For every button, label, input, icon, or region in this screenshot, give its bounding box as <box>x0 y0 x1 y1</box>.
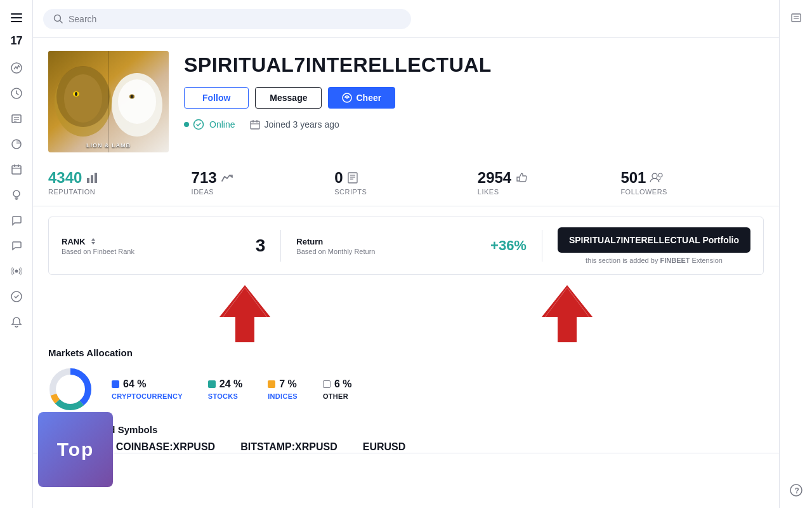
symbol-eurusd[interactable]: EURUSD <box>363 441 406 453</box>
left-sidebar: 17 <box>0 0 33 508</box>
follow-button[interactable]: Follow <box>184 87 249 109</box>
arrows-section <box>33 285 779 342</box>
stat-ideas-top: 713 <box>192 169 335 187</box>
symbol-xrpusd-coinbase[interactable]: COINBASE:XRPUSD <box>116 441 215 453</box>
other-pct: 6 % <box>334 378 352 390</box>
svg-marker-48 <box>542 285 593 342</box>
stat-likes-top: 2954 <box>478 169 621 187</box>
rank-subtitle: Based on Finbeet Rank <box>62 248 243 255</box>
alloc-other-top: 6 % <box>323 378 352 390</box>
other-color <box>323 380 331 388</box>
calendar-icon[interactable] <box>5 158 28 181</box>
search-box[interactable]: Search <box>43 9 411 29</box>
followers-icon <box>650 172 664 184</box>
stat-likes: 2954 LIKES <box>478 169 621 196</box>
pie-icon[interactable] <box>5 133 28 156</box>
return-block: Return Based on Monthly Return <box>296 237 478 255</box>
hamburger-menu[interactable] <box>5 6 28 29</box>
alloc-crypto: 64 % CRYPTOCURRENCY <box>112 378 183 400</box>
rank-right: SPIRITUAL7INTERELLECTUAL Portfolio this … <box>558 227 750 264</box>
question-icon[interactable]: ? <box>785 479 808 502</box>
crypto-pct: 64 % <box>123 378 146 390</box>
stocks-pct: 24 % <box>219 378 242 390</box>
svg-rect-40 <box>348 173 357 183</box>
likes-value: 2954 <box>478 169 511 187</box>
rank-divider <box>280 230 281 262</box>
svg-point-14 <box>13 190 20 197</box>
symbol-xrpusd-coinbase-label: COINBASE:XRPUSD <box>116 441 215 453</box>
crypto-color <box>112 380 119 388</box>
scripts-icon <box>347 171 358 184</box>
svg-marker-46 <box>219 285 270 342</box>
likes-label: LIKES <box>478 188 621 196</box>
alloc-stocks-top: 24 % <box>208 378 242 390</box>
svg-point-24 <box>118 79 156 124</box>
svg-rect-2 <box>11 21 22 22</box>
cheer-label: Cheer <box>356 93 381 103</box>
scripts-label: SCRIPTS <box>334 188 478 196</box>
message-button[interactable]: Message <box>255 87 322 109</box>
cheer-button[interactable]: Cheer <box>328 87 395 109</box>
calendar-meta-icon <box>250 119 260 130</box>
news-icon[interactable] <box>5 107 28 130</box>
avatar-label: LION & LAMB <box>86 142 131 149</box>
bell-icon[interactable] <box>5 311 28 333</box>
broadcast-icon[interactable] <box>5 260 28 283</box>
join-date: Joined 3 years ago <box>250 119 339 130</box>
signal-icon[interactable] <box>5 285 28 308</box>
alloc-stocks: 24 % STOCKS <box>208 378 242 400</box>
lightbulb-icon[interactable] <box>5 184 28 206</box>
clock-icon[interactable] <box>5 82 28 105</box>
followers-value: 501 <box>620 169 646 187</box>
list-icon[interactable] <box>785 6 808 29</box>
tradingview-logo[interactable]: 17 <box>10 34 22 48</box>
indices-pct: 7 % <box>279 378 297 390</box>
rank-divider2 <box>542 230 542 262</box>
svg-rect-38 <box>91 175 93 183</box>
online-label: Online <box>209 119 235 130</box>
allocation-row: 64 % CRYPTOCURRENCY 24 % STOCKS 7 % <box>48 367 764 411</box>
symbol-xrpusd-bitstamp[interactable]: BITSTAMP:XRPUSD <box>240 441 337 453</box>
portfolio-button[interactable]: SPIRITUAL7INTERELLECTUAL Portfolio <box>558 227 750 253</box>
bottom-bar: Top <box>33 453 779 492</box>
top-badge-label: Top <box>57 439 95 460</box>
svg-point-15 <box>15 270 18 273</box>
right-sidebar: ? <box>779 0 812 508</box>
profile-actions: Follow Message Cheer <box>184 87 764 109</box>
svg-point-31 <box>346 97 348 99</box>
likes-icon <box>515 171 528 184</box>
svg-rect-1 <box>11 17 22 18</box>
chart-icon[interactable] <box>5 57 28 79</box>
online-icon <box>193 119 204 130</box>
rank-block: RANK Based on Finbeet Rank <box>62 237 243 255</box>
stat-scripts: 0 SCRIPTS <box>334 169 478 196</box>
sort-icon <box>88 237 98 245</box>
followers-label: FOLLOWERS <box>620 188 764 196</box>
stocks-color <box>208 380 216 388</box>
stat-reputation: 4340 REPUTATION <box>48 169 192 196</box>
symbol-eurusd-label: EURUSD <box>363 441 406 453</box>
indices-color <box>268 380 275 388</box>
other-label: OTHER <box>323 392 352 400</box>
return-title: Return <box>296 237 478 246</box>
return-value: +36% <box>490 237 527 254</box>
avatar: LION & LAMB <box>48 51 169 152</box>
rank-section: RANK Based on Finbeet Rank 3 Return Base… <box>48 217 764 275</box>
username: SPIRITUAL7INTERELLECTUAL <box>184 53 764 77</box>
main-content: Search <box>33 0 779 508</box>
alloc-indices: 7 % INDICES <box>268 378 298 400</box>
alloc-crypto-top: 64 % <box>112 378 183 390</box>
symbols-title: Top Mentioned Symbols <box>48 424 764 435</box>
stocks-label: STOCKS <box>208 392 242 400</box>
topbar: Search <box>33 0 779 38</box>
rank-title: RANK <box>62 237 243 246</box>
symbol-xrpusd-bitstamp-label: BITSTAMP:XRPUSD <box>240 441 337 453</box>
bubble1-icon[interactable] <box>5 209 28 232</box>
rank-value: 3 <box>256 236 266 256</box>
arrow-right <box>542 285 593 342</box>
bubble2-icon[interactable] <box>5 234 28 257</box>
avatar-image: LION & LAMB <box>48 51 169 152</box>
ideas-label: IDEAS <box>192 188 335 196</box>
ideas-icon <box>221 173 233 182</box>
svg-point-26 <box>75 92 77 96</box>
